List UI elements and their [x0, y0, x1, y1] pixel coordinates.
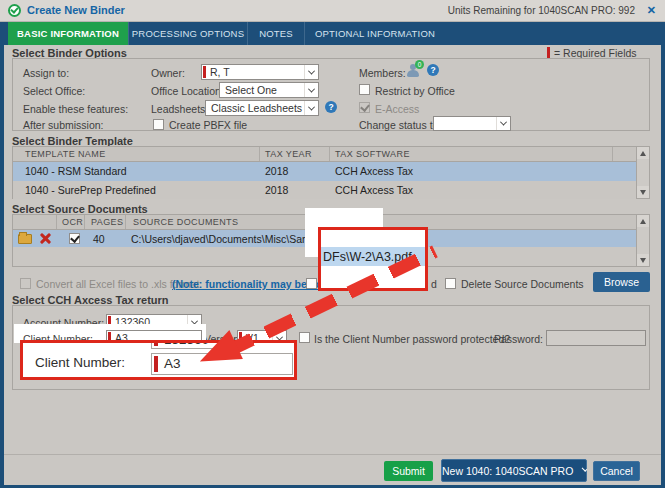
col-pages: PAGES: [91, 217, 123, 227]
col-ocr: OCR: [62, 217, 83, 227]
cancel-button[interactable]: Cancel: [593, 461, 640, 481]
template-table-scrollbar[interactable]: [636, 147, 649, 198]
binder-options-panel: Assign to: Owner: R, T Members: 0 ? Sele…: [12, 58, 650, 131]
convert-excel-checkbox[interactable]: [20, 278, 31, 289]
tab-processing-options[interactable]: PROCESSING OPTIONS: [128, 22, 247, 45]
window-border-right: [661, 22, 665, 488]
client-number-zoom-callout: Account Number: 132360 Client Number: A3: [20, 340, 297, 380]
select-office-label: Select Office:: [23, 85, 85, 97]
open-folder-icon[interactable]: [18, 234, 32, 244]
chevron-down-icon: [582, 466, 587, 471]
members-help-icon[interactable]: ?: [427, 64, 439, 76]
eaccess-checkbox[interactable]: [359, 102, 370, 113]
create-new-binder-dialog: Create New Binder Units Remaining for 10…: [0, 0, 665, 488]
leadsheets-help-icon[interactable]: ?: [325, 101, 337, 113]
tab-optional-information[interactable]: OPTIONAL INFORMATION: [304, 22, 445, 45]
footer-divider: [4, 454, 661, 455]
chevron-down-icon: [304, 65, 318, 79]
zoom-account-label: Account Number:: [35, 340, 139, 346]
chevron-down-icon: [304, 83, 318, 97]
scroll-down-icon[interactable]: [637, 186, 649, 198]
col-tax-software: TAX SOFTWARE: [335, 149, 410, 159]
window-border-left: [0, 22, 4, 488]
new-1040-dropdown-button[interactable]: New 1040: 1040SCAN PRO: [441, 459, 587, 482]
zoom-client-value: A3: [164, 356, 181, 371]
enable-features-label: Enable these features:: [23, 103, 128, 115]
chevron-down-icon: [496, 117, 510, 130]
ocr-checkbox[interactable]: [69, 233, 80, 244]
create-pbfx-label: Create PBFX file: [169, 119, 247, 131]
scroll-up-icon[interactable]: [637, 147, 649, 159]
password-protected-label: Is the Client Number password protected?: [314, 333, 510, 345]
submit-button[interactable]: Submit: [384, 461, 433, 481]
units-remaining-label: Units Remaining for 1040SCAN PRO: 992: [448, 5, 635, 16]
password-protected-checkbox[interactable]: [299, 332, 310, 343]
binder-check-icon: [8, 4, 21, 17]
change-status-select[interactable]: [433, 116, 511, 131]
change-status-label: Change status to:: [359, 119, 441, 131]
tab-basic-information[interactable]: BASIC INFORMATION: [8, 22, 128, 45]
owner-select[interactable]: R, T: [201, 64, 319, 80]
scroll-up-icon[interactable]: [637, 215, 649, 227]
delete-row-icon[interactable]: [39, 232, 52, 245]
window-title: Create New Binder: [27, 4, 125, 16]
leadsheets-value: Classic Leadsheets: [206, 101, 304, 115]
delete-source-documents-checkbox[interactable]: [445, 278, 456, 289]
col-template-name: TEMPLATE NAME: [25, 149, 106, 159]
tab-bar: BASIC INFORMATION PROCESSING OPTIONS NOT…: [0, 22, 665, 45]
binder-template-table: TEMPLATE NAME TAX YEAR TAX SOFTWARE 1040…: [12, 146, 650, 199]
members-people-icon[interactable]: 0: [405, 64, 423, 78]
close-icon[interactable]: ✕: [647, 4, 656, 17]
members-label: Members:: [359, 67, 406, 79]
pages-cell: 40: [93, 233, 105, 245]
scroll-down-icon[interactable]: [637, 254, 649, 266]
leadsheets-select[interactable]: Classic Leadsheets: [205, 100, 319, 116]
restrict-by-office-checkbox[interactable]: [359, 84, 370, 95]
delete-source-documents-label: Delete Source Documents: [461, 278, 584, 290]
zoom-client-label: Client Number:: [35, 355, 125, 370]
tab-notes[interactable]: NOTES: [247, 22, 304, 45]
members-count-badge: 0: [415, 60, 424, 69]
col-source-documents: SOURCE DOCUMENTS: [133, 217, 238, 227]
source-table-scrollbar[interactable]: [636, 215, 649, 266]
col-tax-year: TAX YEAR: [265, 149, 312, 159]
template-row-sureprep-predefined[interactable]: 1040 - SurePrep Predefined 2018 CCH Axce…: [13, 181, 636, 199]
owner-required-mark: [203, 66, 206, 78]
office-location-select[interactable]: Select One: [219, 82, 319, 98]
required-legend-mark: [547, 47, 550, 58]
office-location-label: Office Location:: [151, 85, 224, 97]
owner-value: R, T: [202, 65, 304, 79]
office-location-value: Select One: [220, 83, 304, 97]
restrict-by-office-label: Restrict by Office: [375, 85, 455, 97]
password-input[interactable]: [546, 330, 646, 346]
obscured-label-fragment: d: [431, 278, 437, 290]
chevron-down-icon: [304, 101, 318, 115]
template-row-rsm-standard[interactable]: 1040 - RSM Standard 2018 CCH Axcess Tax: [13, 162, 636, 181]
password-label: Password:: [494, 333, 543, 345]
owner-label: Owner:: [151, 67, 185, 79]
browse-button[interactable]: Browse: [593, 272, 650, 292]
template-table-header: TEMPLATE NAME TAX YEAR TAX SOFTWARE: [13, 147, 649, 162]
assign-to-label: Assign to:: [23, 67, 69, 79]
create-pbfx-checkbox[interactable]: [153, 119, 164, 130]
title-bar: Create New Binder Units Remaining for 10…: [0, 0, 665, 22]
obscured-checkbox[interactable]: [306, 278, 317, 289]
leadsheets-label: Leadsheets:: [151, 103, 208, 115]
eaccess-label: E-Access: [375, 103, 419, 115]
after-submission-label: After submission:: [23, 119, 104, 131]
